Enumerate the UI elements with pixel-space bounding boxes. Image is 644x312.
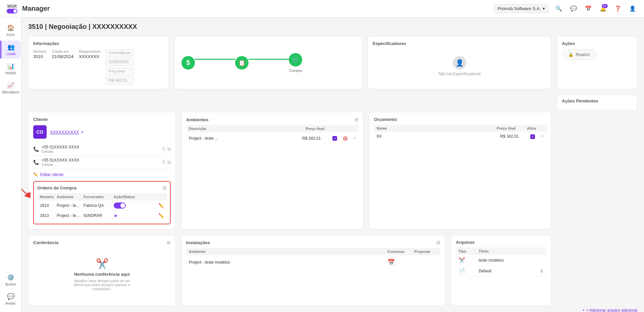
edit-client-button[interactable]: ✏️ Editar cliente [33,172,171,177]
amb-checkbox-1[interactable]: ✓ [332,136,337,141]
ambientes-table-header: Descrição Preço final [186,125,359,132]
convertida-em-value[interactable]: 21/08/2024 [106,58,133,66]
amb-descricao-1: Project - teste ... [189,136,302,141]
phone-type-1: Celular [42,149,79,153]
download-icon[interactable]: ⬇ [540,268,544,274]
pipeline-label-cart: Compra [289,69,302,73]
search-icon[interactable]: 🔍 [554,4,564,13]
client-name[interactable]: XXXXXXXXXX [50,130,79,135]
phone-number-1: +55 51XXXXX XXXX [42,145,79,149]
ext-link-orc[interactable]: ↗ [540,134,544,139]
chat-icon[interactable]: 💬 [569,4,578,13]
phone-number-2: +55 51XXXXX XXXX [42,158,79,163]
expand-conf-icon[interactable]: ⊞ [167,240,171,245]
acoes-title: Ações [562,41,632,46]
acoes-pendentes-card: Ações Pendentes [557,95,637,110]
ajustes-icon: ⚙️ [7,274,14,281]
pipeline-circle-clipboard: 📋 [235,56,249,70]
responsavel-value: XXXXXXX [79,54,100,59]
user-icon[interactable]: 👤 [628,4,637,13]
instalacoes-card: Instalações ⊞ Ambiente Conversa Proposta… [181,235,445,306]
expand-ordens-icon[interactable]: ⊞ [163,185,167,190]
conferencia-card: Conferência ⊞ ✂️ Nenhuma conferência aqu… [28,235,176,306]
phone-row-1: 📞 +55 51XXXXX XXXX Celular ⠿ ⧉ [33,143,171,156]
logo-pill [7,9,17,13]
sidebar-item-leads[interactable]: 👥 Leads [0,41,21,58]
sidebar-item-manufatura[interactable]: 📈 Manufatura [1,79,20,97]
sidebar-item-ajustes[interactable]: ⚙️ Ajustes [1,271,20,289]
app-title: Manager [22,5,50,12]
orcamento-row-1: 6X R$ 342,01 ✓ ↗ [374,132,546,141]
ext-link-amb[interactable]: ↗ [353,136,356,141]
arq-titulo-2: Default [479,269,540,273]
company-selector[interactable]: Promob Software S.A. ▾ [494,4,549,13]
preco-final-value[interactable]: R$ 342,01 [106,76,133,84]
expand-ambientes-icon[interactable]: ⊞ [355,117,359,122]
edit-icon-1814[interactable]: ✏️ [158,203,164,208]
sidebar-label-vendas: Vendas [5,71,16,75]
preco-final-label-input: Preço final [106,68,133,75]
ambientes-row-1: Project - teste ... R$ 342,01 ✓ ⊗ ↗ [186,132,359,144]
toggle-1814[interactable] [114,203,126,209]
calendar-conv-icon[interactable]: 📅 [387,259,395,266]
arquivos-title: Arquivos [456,240,475,245]
send-icon-1813[interactable]: ➤ [114,213,118,218]
conferencia-empty: ✂️ Nenhuma conferência aqui Atualize seu… [33,248,171,301]
help-icon[interactable]: ❓ [613,4,623,13]
conf-empty-title: Nenhuma conferência aqui [74,272,130,277]
inst-conv-1: 📅 [387,259,414,266]
topbar-right: Promob Software S.A. ▾ 🔍 💬 📅 🔔 9+ ❓ 👤 [494,4,637,13]
add-file-button[interactable]: + + Adicionar arquivo adicional [582,308,637,312]
orcamento-title: Orçamento [374,117,397,122]
orc-col-nome: Nome [377,126,497,130]
criado-em-value: 21/08/2024 [52,54,73,59]
ordens-col-ambiente: Ambiente [57,195,84,199]
inst-col-proposta: Proposta [414,250,438,254]
logo-text: MGR [7,4,17,9]
pipeline-circle-cart: 🛒 [289,53,302,66]
client-avatar: CG [33,125,47,139]
phone-row-2: 📞 +55 51XXXXX XXXX Celular ⠿ ⧉ [33,156,171,169]
copy-icon-2[interactable]: ⧉ [167,160,171,165]
middle-row: Cliente CG XXXXXXXXXX ↗ 📞 +55 51XXXXX XX… [28,112,637,229]
field-numero: Número 3510 [33,49,46,59]
sidebar-item-vendas[interactable]: 📊 Vendas [1,60,20,78]
orcamento-card: Orçamento Nome Preço final Ativa 6X R$ 3… [369,112,551,229]
amb-preco-1: R$ 342,01 [302,136,332,141]
copy-icon-1[interactable]: ⧉ [167,146,171,152]
orc-ativa-checkbox[interactable]: ✓ [530,134,535,139]
add-file-label: + Adicionar arquivo adicional [586,308,637,312]
calendar-icon-top[interactable]: 📅 [584,4,593,13]
expand-inst-icon[interactable]: ⊞ [436,240,440,245]
inst-col-ambiente: Ambiente [189,250,387,254]
field-convertida: Convertida em 21/08/2024 Preço final R$ … [106,49,133,84]
especificadores-empty-text: Não há Especificadores [438,72,481,76]
grid-icon-1[interactable]: ⠿ [162,146,165,152]
reopen-button[interactable]: 🔒 Reabrir [562,49,596,60]
home-icon: 🏠 [7,24,14,32]
convertida-em-label-input: Convertida em [106,49,133,56]
leads-icon: 👥 [7,43,15,51]
edit-icon-1813[interactable]: ✏️ [158,213,164,218]
responsavel-label: Responsável [79,49,100,53]
criado-em-label: Criado em [52,49,73,53]
arq-titulo-1: teste modelos [479,258,544,263]
arq-col-titulo: Título [479,249,544,253]
phone-icon-2: 📞 [33,160,39,165]
conf-empty-text: Atualize seus designs para ver as difere… [68,279,136,291]
sidebar-item-avaliar[interactable]: 💬 Avaliar [1,290,20,308]
phone-icon-1: 📞 [33,146,39,152]
arq-table-header: Tipo Título [456,248,546,255]
field-criado-em: Criado em 21/08/2024 [52,49,73,59]
inst-amb-1: Project - teste modelos [189,260,387,265]
grid-icon-2[interactable]: ⠿ [162,160,165,165]
external-link-icon[interactable]: ↗ [80,130,84,135]
acoes-pendentes-title: Ações Pendentes [562,98,632,103]
status-error-icon[interactable]: ⊗ [342,135,348,142]
field-responsavel: Responsável XXXXXXX [79,49,100,59]
notification-icon[interactable]: 🔔 9+ [598,4,608,13]
inst-row-1: Project - teste modelos 📅 [186,257,440,268]
cliente-title: Cliente [33,117,171,122]
chevron-down-icon: ▾ [543,6,545,11]
sidebar-item-inicio[interactable]: 🏠 Início [1,21,20,39]
